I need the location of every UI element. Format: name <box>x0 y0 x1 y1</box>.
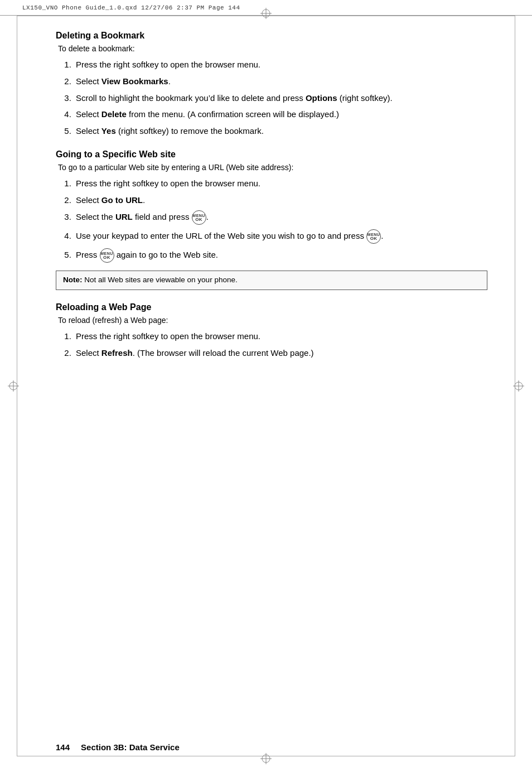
intro-reloading-web-page: To reload (refresh) a Web page: <box>56 316 487 325</box>
footer-page-number: 144 <box>56 742 70 752</box>
header-text: LX150_VNO Phone Guide_1.0.qxd 12/27/06 2… <box>22 4 240 11</box>
steps-reloading-web-page: Press the right softkey to open the brow… <box>74 330 487 359</box>
steps-going-to-web-site: Press the right softkey to open the brow… <box>74 177 487 263</box>
heading-going-to-web-site: Going to a Specific Web site <box>56 149 487 160</box>
section-deleting-bookmark: Deleting a Bookmark To delete a bookmark… <box>56 31 487 137</box>
reg-mark-left <box>8 380 19 392</box>
section-reloading-web-page: Reloading a Web Page To reload (refresh)… <box>56 302 487 359</box>
note-text: Not all Web sites are viewable on your p… <box>84 276 237 284</box>
reg-mark-right <box>513 380 524 392</box>
heading-deleting-bookmark: Deleting a Bookmark <box>56 31 487 41</box>
reg-mark-top <box>260 8 272 19</box>
footer-section-label: Section 3B: Data Service <box>81 742 180 752</box>
menu-ok-button-icon-2: MENU OK <box>366 229 381 244</box>
list-item: Press the right softkey to open the brow… <box>74 330 487 342</box>
list-item: Select View Bookmarks. <box>74 75 487 88</box>
intro-going-to-web-site: To go to a particular Web site by enteri… <box>56 163 487 172</box>
list-item: Select Delete from the menu. (A confirma… <box>74 108 487 120</box>
list-item: Select Refresh. (The browser will reload… <box>74 347 487 359</box>
intro-deleting-bookmark: To delete a bookmark: <box>56 44 487 53</box>
main-content: Deleting a Bookmark To delete a bookmark… <box>56 31 487 739</box>
list-item: Select the URL field and press MENU OK . <box>74 210 487 225</box>
section-going-to-web-site: Going to a Specific Web site To go to a … <box>56 149 487 290</box>
list-item: Press MENU OK again to go to the Web sit… <box>74 248 487 263</box>
list-item: Use your keypad to enter the URL of the … <box>74 229 487 244</box>
list-item: Press the right softkey to open the brow… <box>74 177 487 190</box>
heading-reloading-web-page: Reloading a Web Page <box>56 302 487 312</box>
footer: 144 Section 3B: Data Service <box>56 742 487 752</box>
menu-ok-button-icon-3: MENU OK <box>100 248 114 263</box>
list-item: Press the right softkey to open the brow… <box>74 59 487 71</box>
note-label: Note: <box>63 276 83 284</box>
reg-mark-bottom <box>260 753 272 764</box>
list-item: Select Go to URL. <box>74 194 487 206</box>
menu-ok-button-icon: MENU OK <box>192 210 206 225</box>
list-item: Scroll to highlight the bookmark you’d l… <box>74 92 487 104</box>
steps-deleting-bookmark: Press the right softkey to open the brow… <box>74 59 487 137</box>
note-box: Note: Not all Web sites are viewable on … <box>56 271 487 290</box>
list-item: Select Yes (right softkey) to remove the… <box>74 125 487 137</box>
